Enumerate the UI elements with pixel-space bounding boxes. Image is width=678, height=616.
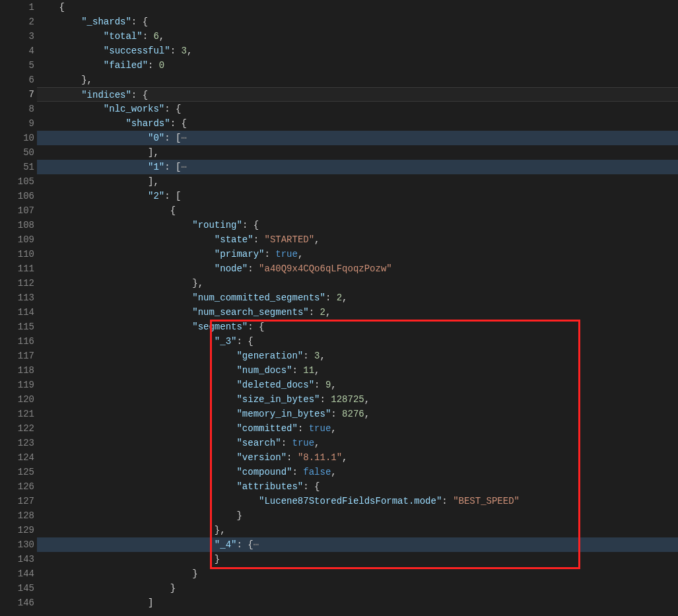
code-line[interactable]: "successful": 3, bbox=[37, 44, 678, 58]
code-line[interactable]: "committed": true, bbox=[37, 421, 678, 436]
token-punct: : bbox=[325, 291, 337, 305]
token-key: "failed" bbox=[104, 58, 148, 73]
token-num: 11 bbox=[303, 363, 314, 378]
token-key: "Lucene87StoredFieldsFormat.mode" bbox=[259, 494, 442, 508]
token-ellipsis: ⋯ bbox=[181, 131, 186, 145]
code-line[interactable]: "failed": 0 bbox=[37, 58, 678, 73]
token-key: "node" bbox=[215, 261, 248, 276]
code-line[interactable]: "state": "STARTED", bbox=[37, 232, 678, 247]
code-line[interactable]: } bbox=[37, 566, 678, 581]
code-line[interactable]: "routing": { bbox=[37, 218, 678, 232]
token-punct: : { bbox=[131, 88, 148, 101]
code-line[interactable]: "num_committed_segments": 2, bbox=[37, 291, 678, 305]
token-bool: true bbox=[292, 436, 314, 450]
code-line[interactable]: "size_in_bytes": 128725, bbox=[37, 392, 678, 407]
token-punct: ] bbox=[148, 596, 153, 610]
code-line[interactable]: } bbox=[37, 508, 678, 523]
line-number: 51› bbox=[0, 160, 37, 174]
code-line[interactable]: ], bbox=[37, 174, 678, 189]
code-line[interactable]: "generation": 3, bbox=[37, 349, 678, 363]
code-line[interactable]: "attributes": { bbox=[37, 479, 678, 494]
code-line[interactable]: "search": true, bbox=[37, 436, 678, 450]
token-punct: : { bbox=[164, 102, 181, 116]
token-punct: , bbox=[364, 407, 370, 421]
code-line[interactable]: "segments": { bbox=[37, 320, 678, 334]
code-line[interactable]: "node": "a40Q9x4CQo6qLFqoqzPozw" bbox=[37, 261, 678, 276]
token-punct: , bbox=[325, 305, 331, 320]
code-line[interactable]: "1": [⋯ bbox=[37, 160, 678, 174]
token-punct: : bbox=[264, 247, 275, 261]
code-line[interactable]: "num_search_segments": 2, bbox=[37, 305, 678, 320]
code-line[interactable]: ], bbox=[37, 145, 678, 160]
line-number: 123 bbox=[0, 436, 37, 450]
code-line[interactable]: } bbox=[37, 581, 678, 596]
token-string: "a40Q9x4CQo6qLFqoqzPozw" bbox=[259, 261, 392, 276]
token-punct: } bbox=[215, 552, 220, 566]
line-number: 9 bbox=[0, 116, 37, 131]
line-number: 121 bbox=[0, 407, 37, 421]
token-punct: , bbox=[331, 465, 336, 479]
line-number: 6 bbox=[0, 73, 37, 87]
code-line[interactable]: "2": [ bbox=[37, 189, 678, 203]
code-line[interactable]: "0": [⋯ bbox=[37, 131, 678, 145]
code-line[interactable]: }, bbox=[37, 276, 678, 291]
line-number: 114 bbox=[0, 305, 37, 320]
code-line[interactable]: "shards": { bbox=[37, 116, 678, 131]
code-line[interactable]: "nlc_works": { bbox=[37, 102, 678, 116]
code-line[interactable]: "_shards": { bbox=[37, 15, 678, 29]
code-line[interactable]: "primary": true, bbox=[37, 247, 678, 261]
code-line[interactable]: "num_docs": 11, bbox=[37, 363, 678, 378]
line-number: 118 bbox=[0, 363, 37, 378]
code-line[interactable]: "version": "8.11.1", bbox=[37, 450, 678, 465]
token-punct: , bbox=[342, 291, 347, 305]
token-key: "deleted_docs" bbox=[236, 378, 314, 392]
token-key: "generation" bbox=[236, 349, 303, 363]
token-key: "num_docs" bbox=[236, 363, 292, 378]
token-punct: : [ bbox=[164, 160, 181, 174]
code-line[interactable]: "deleted_docs": 9, bbox=[37, 378, 678, 392]
token-bool: true bbox=[309, 421, 331, 436]
token-key: "_shards" bbox=[81, 15, 131, 29]
line-number: 116 bbox=[0, 334, 37, 349]
token-punct: , bbox=[314, 363, 320, 378]
code-line[interactable]: "Lucene87StoredFieldsFormat.mode": "BEST… bbox=[37, 494, 678, 508]
code-line[interactable]: "indices": { bbox=[37, 87, 678, 102]
token-num: 3 bbox=[181, 44, 186, 58]
code-line[interactable]: "_3": { bbox=[37, 334, 678, 349]
code-line[interactable]: "compound": false, bbox=[37, 465, 678, 479]
code-line[interactable]: ] bbox=[37, 596, 678, 610]
line-number: 5 bbox=[0, 58, 37, 73]
token-key: "state" bbox=[215, 232, 254, 247]
code-line[interactable]: { bbox=[37, 203, 678, 218]
token-punct: : bbox=[298, 421, 309, 436]
token-punct: { bbox=[59, 0, 65, 15]
code-line[interactable]: }, bbox=[37, 523, 678, 537]
line-number: 117 bbox=[0, 349, 37, 363]
code-line[interactable]: } bbox=[37, 552, 678, 566]
token-punct: , bbox=[364, 392, 370, 407]
code-line[interactable]: { bbox=[37, 0, 678, 15]
token-key: "0" bbox=[148, 131, 164, 145]
token-punct: : bbox=[287, 450, 298, 465]
token-num: 6 bbox=[153, 29, 158, 44]
token-punct: } bbox=[170, 581, 176, 596]
code-line[interactable]: "total": 6, bbox=[37, 29, 678, 44]
token-punct: : bbox=[148, 58, 159, 73]
token-key: "segments" bbox=[192, 320, 248, 334]
token-key: "_3" bbox=[215, 334, 237, 349]
token-punct: : bbox=[248, 261, 259, 276]
token-punct: , bbox=[314, 436, 320, 450]
token-punct: } bbox=[192, 566, 197, 581]
code-line[interactable]: "memory_in_bytes": 8276, bbox=[37, 407, 678, 421]
code-line[interactable]: "_4": {⋯ bbox=[37, 537, 678, 552]
line-number: 107 bbox=[0, 203, 37, 218]
line-number: 50 bbox=[0, 145, 37, 160]
line-number: 7 bbox=[0, 87, 37, 102]
token-num: 9 bbox=[325, 378, 331, 392]
code-area[interactable]: { "_shards": { "total": 6, "successful":… bbox=[37, 0, 678, 616]
code-editor[interactable]: 12345678910›5051›10510610710810911011111… bbox=[0, 0, 678, 616]
line-number-gutter: 12345678910›5051›10510610710810911011111… bbox=[0, 0, 37, 616]
code-line[interactable]: }, bbox=[37, 73, 678, 87]
token-punct: : bbox=[320, 392, 331, 407]
token-key: "num_committed_segments" bbox=[192, 291, 325, 305]
